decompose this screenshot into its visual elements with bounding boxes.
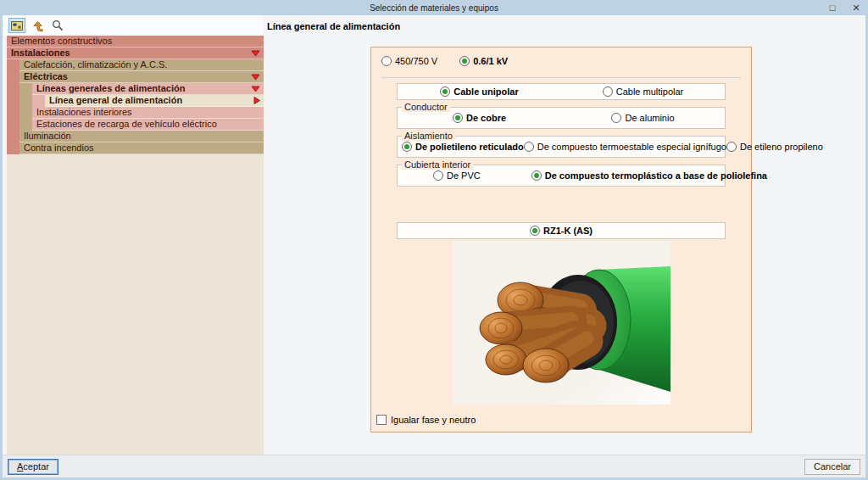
sidebar-item-calefaccion[interactable]: Calefacción, climatización y A.C.S. <box>19 59 264 71</box>
voltage-row: 450/750 V 0.6/1 kV <box>381 54 751 68</box>
radio-label: De compuesto termoplástico a base de pol… <box>545 170 767 181</box>
window-title: Selección de materiales y equipos <box>370 3 498 13</box>
radio-de-aluminio[interactable]: De aluminio <box>611 113 674 123</box>
group-legend: Conductor <box>402 103 450 112</box>
title-bar: Selección de materiales y equipos □ ✕ <box>0 0 868 15</box>
tree-item-label: Instalaciones <box>11 47 70 59</box>
radio-icon <box>531 170 542 181</box>
aislamiento-group: Aislamiento De polietileno reticulado De… <box>397 136 726 158</box>
tree-item-label: Iluminación <box>24 131 71 142</box>
group-legend: Cubierta interior <box>402 160 473 170</box>
radio-label: De etileno propileno <box>740 142 823 152</box>
options-panel: 450/750 V 0.6/1 kV Cable unipolar <box>370 47 752 433</box>
radio-icon <box>524 142 534 152</box>
tree-item-label: Contra incendios <box>24 142 94 153</box>
radio-icon <box>381 56 392 66</box>
radio-etileno-propileno[interactable]: De etileno propileno <box>726 142 823 152</box>
sidebar-item-estaciones-recarga[interactable]: Estaciones de recarga de vehículo eléctr… <box>32 119 264 131</box>
radio-de-pvc[interactable]: De PVC <box>433 170 481 181</box>
radio-icon <box>433 170 443 181</box>
tree-item-label: Líneas generales de alimentación <box>36 83 185 94</box>
radio-termoestable-ignifugo[interactable]: De compuesto termoestable especial igníf… <box>524 142 726 152</box>
cubierta-group: Cubierta interior De PVC De compuesto te… <box>397 165 726 187</box>
sidebar-item-iluminacion[interactable]: Iluminación <box>19 131 264 142</box>
radio-rz1-k-as[interactable]: RZ1-K (AS) <box>530 226 593 236</box>
radio-polietileno-reticulado[interactable]: De polietileno reticulado <box>402 142 524 152</box>
radio-icon <box>402 142 412 152</box>
tree-item-label: Estaciones de recarga de vehículo eléctr… <box>36 119 217 130</box>
sidebar-item-instalaciones-interiores[interactable]: Instalaciones interiores <box>32 107 264 119</box>
tree-item-label: Elementos constructivos <box>11 36 112 47</box>
tree-group-instalaciones: Calefacción, climatización y A.C.S. Eléc… <box>7 59 264 154</box>
sidebar-item-linea-general-selected[interactable]: Línea general de alimentación <box>45 95 264 107</box>
igualar-checkbox-row[interactable]: Igualar fase y neutro <box>376 415 476 425</box>
chevron-down-icon <box>251 50 260 57</box>
sidebar-toolbar <box>3 15 264 36</box>
radio-06-1kv[interactable]: 0.6/1 kV <box>459 56 508 66</box>
radio-450-750v[interactable]: 450/750 V <box>381 56 437 66</box>
radio-label: De cobre <box>466 113 506 123</box>
close-icon: ✕ <box>852 3 860 14</box>
up-level-button[interactable] <box>29 18 46 33</box>
separator-line <box>381 77 741 78</box>
cancel-button-label: Cancelar <box>814 461 851 472</box>
cable-render-illustration <box>453 241 670 405</box>
tree-item-label: Eléctricas <box>24 71 68 82</box>
maximize-icon: □ <box>830 3 836 13</box>
radio-icon <box>440 87 450 97</box>
radio-label: Cable unipolar <box>453 87 518 97</box>
chevron-down-icon <box>251 86 260 92</box>
tree-group-lineas-generales: Línea general de alimentación <box>32 95 264 107</box>
materials-tree: Elementos constructivos Instalaciones Ca… <box>7 36 264 455</box>
tree-item-label: Línea general de alimentación <box>49 95 182 106</box>
checkbox-label: Igualar fase y neutro <box>391 415 476 425</box>
sidebar-item-electricas[interactable]: Eléctricas <box>19 71 264 83</box>
dialog-window: Selección de materiales y equipos □ ✕ <box>0 0 868 480</box>
radio-label: De polietileno reticulado <box>415 142 524 152</box>
radio-cable-multipolar[interactable]: Cable multipolar <box>603 87 683 97</box>
tree-item-label: Calefacción, climatización y A.C.S. <box>24 59 167 70</box>
cable-image <box>453 241 670 405</box>
tree-group-electricas: Líneas generales de alimentación Línea g… <box>19 83 264 131</box>
chevron-down-icon <box>251 74 260 81</box>
radio-icon <box>530 226 540 236</box>
cancel-button[interactable]: Cancelar <box>804 459 860 475</box>
radio-icon <box>603 87 613 97</box>
radio-label: De aluminio <box>625 113 674 123</box>
arrow-right-icon <box>253 97 260 104</box>
radio-label: Cable multipolar <box>616 87 683 97</box>
conductor-group: Conductor De cobre De aluminio <box>397 107 726 129</box>
maximize-button[interactable]: □ <box>821 0 844 15</box>
radio-de-cobre[interactable]: De cobre <box>453 113 506 123</box>
radio-label: RZ1-K (AS) <box>543 226 593 236</box>
search-icon <box>52 20 64 31</box>
radio-label: 0.6/1 kV <box>473 56 508 66</box>
main-area: Línea general de alimentación 450/750 V … <box>264 15 865 455</box>
sidebar-item-elementos-constructivos[interactable]: Elementos constructivos <box>7 36 264 47</box>
catalog-icon <box>11 21 23 31</box>
tree-item-label: Instalaciones interiores <box>36 107 132 118</box>
dialog-content: Elementos constructivos Instalaciones Ca… <box>3 15 865 455</box>
footer-bar: Aceptar Cancelar <box>3 455 865 477</box>
sidebar-item-lineas-generales[interactable]: Líneas generales de alimentación <box>32 83 264 95</box>
radio-icon <box>611 113 621 123</box>
radio-icon <box>726 142 737 152</box>
accept-button-label: Aceptar <box>17 461 49 472</box>
checkbox-icon <box>376 415 387 425</box>
sidebar-item-contra-incendios[interactable]: Contra incendios <box>19 142 264 154</box>
up-level-icon <box>31 20 44 32</box>
radio-label: De PVC <box>447 170 481 181</box>
close-button[interactable]: ✕ <box>844 0 868 15</box>
search-button[interactable] <box>49 18 66 33</box>
group-legend: Aislamiento <box>402 131 455 141</box>
sidebar: Elementos constructivos Instalaciones Ca… <box>3 15 264 455</box>
catalog-button[interactable] <box>8 18 25 33</box>
polarity-box: Cable unipolar Cable multipolar <box>397 83 726 100</box>
sidebar-item-instalaciones[interactable]: Instalaciones <box>7 47 264 59</box>
model-box: RZ1-K (AS) <box>397 222 726 239</box>
radio-cable-unipolar[interactable]: Cable unipolar <box>440 87 518 97</box>
page-title: Línea general de alimentación <box>267 21 400 31</box>
radio-termoplastico-poliolefina[interactable]: De compuesto termoplástico a base de pol… <box>531 170 767 181</box>
accept-button[interactable]: Aceptar <box>8 459 58 475</box>
radio-label: 450/750 V <box>395 56 437 66</box>
